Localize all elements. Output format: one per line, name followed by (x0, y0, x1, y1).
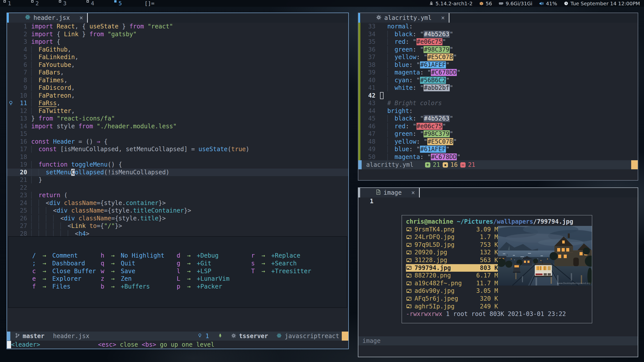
file-row[interactable]: 24LrDFQ.jpg1.7 M (406, 233, 498, 241)
code-token (31, 61, 39, 68)
command-line[interactable]: <leader> <esc> close <bs> go up one leve… (7, 341, 348, 349)
whichkey-binding[interactable]: w → Save (101, 267, 177, 275)
whichkey-binding[interactable]: h → No Highlight (101, 252, 177, 260)
whichkey-binding[interactable]: s → +Search (251, 260, 344, 267)
code-line: 11 FaRss, (7, 99, 348, 107)
whichkey-binding[interactable]: ; → Dashboard (32, 260, 101, 267)
scroll-position-block (631, 160, 638, 169)
code-line: 27 <Link to={"/"}> (7, 222, 348, 230)
workspace-3[interactable]: 3 (59, 0, 87, 7)
workspace-5[interactable]: 5 (114, 0, 142, 7)
whichkey-popup: / → Comment; → Dashboardc → Close Buffer… (8, 236, 347, 308)
code-token: magenta (395, 69, 420, 76)
whichkey-binding[interactable]: c → Close Buffer (32, 267, 101, 275)
arrow-icon: → (180, 283, 197, 291)
file-name: 799794.jpg (414, 264, 480, 272)
whichkey-label: Quit (121, 260, 135, 267)
file-row[interactable]: ad6v90y.jpg3.05 M (406, 287, 498, 295)
code-token: " (427, 153, 431, 160)
tab-alacritty-yml[interactable]: alacritty.yml × (360, 13, 449, 23)
whichkey-binding[interactable]: e → Explorer (32, 275, 101, 283)
code-line: 38 blue: "#61AFEF" (358, 61, 638, 69)
git-branch-icon (15, 333, 20, 340)
whichkey-binding[interactable]: L → +LunarVim (177, 275, 251, 283)
whichkey-binding[interactable]: l → +LSP (177, 267, 251, 275)
whichkey-key: r (251, 252, 255, 260)
whichkey-binding[interactable]: q → Quit (101, 260, 177, 267)
line-number: 48 (360, 138, 380, 146)
sign-column (7, 184, 15, 192)
code-token: useState (199, 146, 228, 153)
code-token: yellow (395, 54, 416, 61)
arrow-icon: → (180, 267, 197, 275)
whichkey-label: +LSP (197, 267, 211, 275)
tab-close-icon[interactable]: × (441, 14, 445, 21)
tab-close-icon[interactable]: × (411, 189, 415, 196)
code-token: ={style. (111, 215, 140, 222)
code-token: className (79, 215, 111, 222)
code-token (380, 54, 387, 61)
whichkey-binding[interactable]: p → +Packer (177, 283, 251, 291)
whichkey-binding[interactable]: z → Zen (101, 275, 177, 283)
code-token (387, 31, 395, 38)
code-token: className (64, 199, 97, 207)
git-changed-icon: ▪ (443, 162, 448, 168)
code-text: <div className={style.title}> (31, 215, 348, 222)
code-text: magenta: "#C678DD" (380, 153, 638, 160)
line-number: 33 (360, 23, 380, 30)
file-row[interactable]: 31228.jpg563 K (406, 256, 498, 264)
code-token: yellow (395, 138, 416, 145)
code-token: " (450, 31, 453, 38)
code-token (144, 23, 147, 30)
code-token: " (424, 138, 427, 145)
arrow-icon: → (36, 260, 52, 267)
workspace-number: 5 (119, 0, 122, 7)
module-text: 56 (486, 1, 492, 7)
whichkey-column: r → +Replaces → +SearchT → +Treesitter (251, 252, 344, 307)
image-file-icon (406, 235, 411, 239)
file-row[interactable]: aghr5Ip.jpg249 K (406, 303, 498, 310)
workspace-number: 4 (91, 0, 94, 7)
whichkey-label: +Buffers (121, 283, 150, 291)
file-size: 803 K (480, 264, 498, 272)
whichkey-binding[interactable]: d → +Debug (177, 252, 251, 260)
file-row[interactable]: 9rsmTK4.png3.09 M (406, 226, 498, 233)
whichkey-binding[interactable]: f → Files (32, 283, 101, 291)
file-row[interactable]: 20920.jpg132 K (406, 249, 498, 256)
code-token (380, 153, 387, 160)
file-row[interactable]: 799794.jpg803 K (406, 264, 498, 272)
file-row[interactable]: AFq5r6j.jpeg320 K (406, 295, 498, 303)
whichkey-binding[interactable]: g → +Git (177, 260, 251, 267)
code-line: 9 FaDiscord, (7, 84, 348, 92)
code-token (39, 222, 46, 229)
workspace-1[interactable]: 1 (4, 0, 31, 7)
code-token: " (420, 84, 424, 91)
whichkey-binding[interactable]: T → +Treesitter (251, 267, 344, 275)
whichkey-binding[interactable]: b → +Buffers (101, 283, 177, 291)
code-line: 24 <div className={style.container}> (7, 199, 348, 207)
code-area[interactable]: 33 normal:34 black: "#4b5263"35 red: "#e… (358, 23, 638, 160)
whichkey-key: p (177, 283, 180, 291)
git-removed-count: 21 (468, 161, 475, 168)
sign-column (7, 199, 15, 207)
file-size: 132 K (480, 249, 498, 256)
workspace-2[interactable]: 2 (31, 0, 59, 7)
tab-header-jsx[interactable]: header.jsx × (9, 13, 87, 23)
code-line: 36 green: "#98C379" (358, 46, 638, 54)
code-area[interactable]: / → Comment; → Dashboardc → Close Buffer… (7, 23, 348, 332)
workspace-4[interactable]: 4 (87, 0, 114, 7)
code-line: 7 FaBars, (7, 69, 348, 76)
file-row[interactable]: a19c482f~.png11.7 M (406, 279, 498, 287)
whichkey-binding[interactable]: / → Comment (32, 252, 101, 260)
file-row[interactable]: 882720.png6.17 M (406, 272, 498, 279)
tab-close-icon[interactable]: × (80, 14, 83, 21)
code-token (31, 146, 39, 153)
whichkey-binding[interactable]: r → +Replace (251, 252, 344, 260)
file-row[interactable]: 97q9L5D.jpg753 K (406, 241, 498, 249)
tab-title: header.jsx (33, 14, 70, 21)
sign-column (7, 145, 15, 153)
code-token: : (409, 23, 413, 30)
tab-image[interactable]: image × (360, 188, 419, 197)
code-token: title (140, 215, 159, 222)
code-text: import React, { useState } from "react" (31, 23, 348, 30)
